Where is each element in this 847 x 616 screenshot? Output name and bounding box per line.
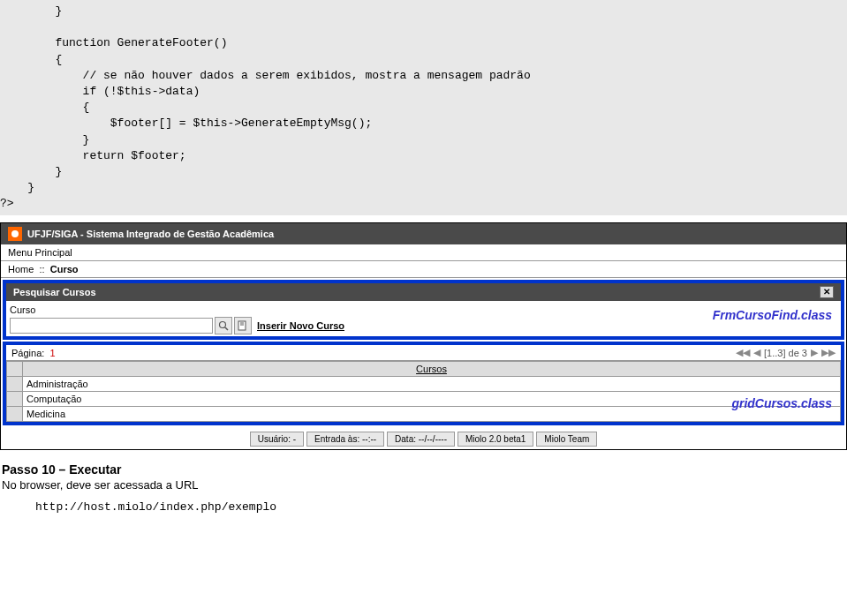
breadcrumb-separator: :: — [39, 264, 44, 274]
search-panel: Pesquisar Cursos ✕ Curso Inserir Novo Cu… — [3, 280, 844, 340]
table-row[interactable]: Administração — [7, 377, 841, 392]
grid-header-blank — [7, 362, 23, 377]
app-header: UFJF/SIGA - Sistema Integrado de Gestão … — [1, 223, 846, 244]
search-icon[interactable] — [215, 317, 232, 334]
status-version: Miolo 2.0 beta1 — [458, 432, 533, 447]
pager-label: Página: — [11, 348, 44, 358]
pager-next-icon[interactable]: ▶ — [811, 347, 818, 358]
status-login-time: Entrada às: --:-- — [306, 432, 384, 447]
grid-cell: Administração — [23, 377, 841, 392]
breadcrumb: Home :: Curso — [1, 261, 846, 278]
grid-cell: Medicina — [23, 407, 841, 422]
annotation-class-1: FrmCursoFind.class — [713, 308, 832, 322]
grid-header[interactable]: Cursos — [23, 362, 841, 377]
app-logo-icon — [8, 227, 22, 241]
pager-prev-icon[interactable]: ◀ — [753, 347, 760, 358]
new-icon[interactable] — [234, 317, 252, 334]
table-row[interactable]: Computação — [7, 392, 841, 407]
search-panel-title: Pesquisar Cursos ✕ — [6, 283, 841, 301]
svg-point-1 — [11, 230, 19, 237]
pager-last-icon[interactable]: ▶▶ — [821, 347, 836, 358]
grid-table: Cursos Administração Computação Medicina — [6, 361, 841, 422]
svg-line-3 — [225, 327, 228, 330]
grid-cell: Computação — [23, 392, 841, 407]
status-user: Usuário: - — [250, 432, 304, 447]
status-date: Data: --/--/---- — [387, 432, 455, 447]
step-url: http://host.miolo/index.php/exemplo — [35, 500, 847, 514]
close-icon[interactable]: ✕ — [820, 286, 834, 298]
breadcrumb-home[interactable]: Home — [8, 264, 34, 274]
grid-panel: Página: 1 ◀◀ ◀ [1..3] de 3 ▶ ▶▶ Cursos A… — [3, 342, 844, 425]
step-title: Passo 10 – Executar — [2, 462, 847, 477]
pager-row: Página: 1 ◀◀ ◀ [1..3] de 3 ▶ ▶▶ — [6, 345, 841, 361]
pager-current: 1 — [49, 348, 55, 358]
status-team: Miolo Team — [536, 432, 597, 447]
table-row[interactable]: Medicina — [7, 407, 841, 422]
menu-bar[interactable]: Menu Principal — [1, 244, 846, 261]
annotation-class-2: gridCursos.class — [731, 396, 832, 410]
status-bar: Usuário: - Entrada às: --:-- Data: --/--… — [1, 427, 846, 449]
svg-point-2 — [220, 322, 226, 328]
step-text: No browser, deve ser acessada a URL — [2, 478, 847, 492]
pager-first-icon[interactable]: ◀◀ — [736, 347, 750, 358]
pager-info: [1..3] de 3 — [764, 348, 807, 358]
search-title-label: Pesquisar Cursos — [13, 287, 96, 297]
insert-link[interactable]: Inserir Novo Curso — [257, 320, 344, 331]
code-block: } function GenerateFooter() { // se não … — [0, 0, 847, 215]
search-input[interactable] — [10, 318, 213, 334]
breadcrumb-current: Curso — [50, 264, 79, 274]
app-frame: UFJF/SIGA - Sistema Integrado de Gestão … — [0, 222, 847, 450]
app-title: UFJF/SIGA - Sistema Integrado de Gestão … — [27, 229, 274, 239]
